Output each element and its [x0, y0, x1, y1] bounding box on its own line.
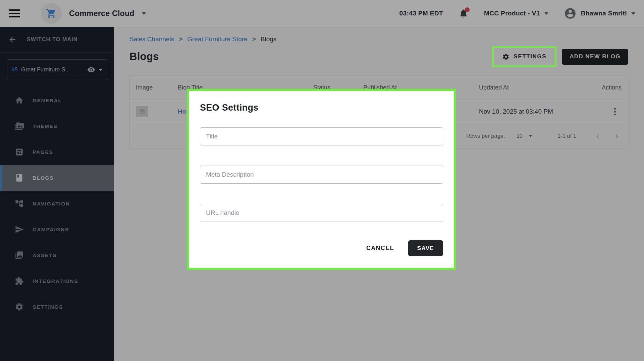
- seo-meta-description-input[interactable]: [200, 166, 443, 184]
- modal-title: SEO Settings: [200, 103, 443, 115]
- seo-settings-modal: SEO Settings CANCEL SAVE: [187, 89, 456, 270]
- save-button[interactable]: SAVE: [408, 240, 443, 256]
- cancel-button[interactable]: CANCEL: [362, 241, 399, 256]
- seo-title-input[interactable]: [200, 127, 443, 145]
- seo-url-handle-input[interactable]: [200, 204, 443, 222]
